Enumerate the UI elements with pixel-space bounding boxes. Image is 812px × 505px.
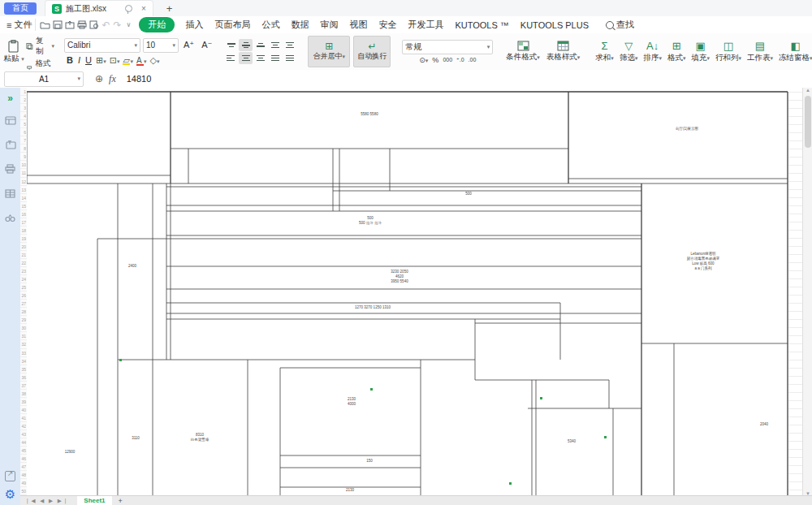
row-header-cell[interactable]: 3 — [20, 104, 27, 112]
align-left-button[interactable] — [224, 52, 238, 64]
pin-icon[interactable] — [125, 5, 132, 12]
align-center-button[interactable] — [239, 52, 253, 64]
row-header-cell[interactable]: 14 — [20, 194, 27, 202]
cell-card-icon[interactable] — [5, 114, 16, 128]
tab-data[interactable]: 数据 — [291, 19, 309, 31]
sort-button[interactable]: A↓排序▾ — [641, 41, 664, 63]
tab-formulas[interactable]: 公式 — [261, 19, 279, 31]
row-header-cell[interactable]: 23 — [20, 267, 27, 275]
new-tab-button[interactable]: + — [166, 2, 173, 15]
accounting-format-button[interactable]: ⊙▾ — [419, 56, 428, 64]
tab-kutools[interactable]: KUTOOLS ™ — [455, 20, 508, 30]
fill-button[interactable]: ▣填充▾ — [689, 41, 712, 63]
row-header-cell[interactable]: 45 — [20, 447, 27, 455]
row-header-cell[interactable]: 40 — [20, 406, 27, 414]
row-header-cell[interactable]: 9 — [20, 153, 27, 161]
row-header-cell[interactable]: 22 — [20, 259, 27, 267]
paste-button[interactable]: 粘贴 ▾ — [2, 40, 26, 64]
decrease-decimal-button[interactable]: .00 — [469, 57, 477, 63]
borders-button[interactable]: ⊞▾ — [96, 55, 106, 66]
tab-security[interactable]: 安全 — [378, 19, 396, 31]
document-tab[interactable]: S 施工图.xlsx × — [45, 0, 153, 17]
bold-button[interactable]: B — [67, 55, 73, 65]
font-size-select[interactable]: 10 ▾ — [143, 38, 179, 53]
scroll-up-icon[interactable]: ▲ — [803, 88, 812, 93]
row-header-cell[interactable]: 6 — [20, 128, 27, 136]
row-header-cell[interactable]: 18 — [20, 227, 27, 235]
row-header-cell[interactable]: 19 — [20, 235, 27, 243]
sheet-nav-buttons[interactable]: ❘◀ ◀ ▶ ▶❘ — [25, 498, 69, 504]
row-header-cell[interactable]: 7 — [20, 136, 27, 145]
merge-center-button[interactable]: ⊞ 合并居中▾ — [308, 36, 350, 67]
fx-icon[interactable]: fx — [109, 73, 116, 85]
row-header-cell[interactable]: 5 — [20, 120, 27, 128]
binoculars-icon[interactable] — [5, 211, 15, 226]
table-style-button[interactable]: 表格样式▾ — [543, 41, 584, 63]
external-link-icon[interactable] — [5, 471, 15, 481]
home-tab[interactable]: 首页 — [4, 2, 37, 15]
sum-button[interactable]: Σ求和▾ — [593, 41, 616, 63]
cell-style-button[interactable]: ⊡▾ — [110, 55, 120, 66]
printer-icon[interactable] — [5, 162, 15, 177]
row-header-cell[interactable]: 2 — [20, 96, 27, 104]
spreadsheet-canvas[interactable]: 5580 5580前厅(1)展示图500500500 拉斗 拉斗3230 205… — [27, 88, 802, 496]
row-header-cell[interactable]: 35 — [20, 365, 27, 373]
undo-icon[interactable]: ↶ — [102, 19, 110, 31]
align-right-button[interactable] — [253, 52, 267, 64]
row-header-cell[interactable]: 31 — [20, 332, 27, 340]
row-header-cell[interactable]: 47 — [20, 463, 27, 471]
print-icon[interactable] — [76, 19, 88, 31]
increase-font-button[interactable]: A⁺ — [184, 40, 194, 50]
cut-button[interactable]: 剪切 — [26, 33, 54, 34]
row-header-cell[interactable]: 13 — [20, 186, 27, 194]
row-header-cell[interactable]: 42 — [20, 422, 27, 430]
row-header-cell[interactable]: 30 — [20, 324, 27, 332]
row-header-cell[interactable]: 43 — [20, 430, 27, 438]
save-icon[interactable] — [51, 19, 63, 31]
row-header-cell[interactable]: 21 — [20, 251, 27, 259]
row-header-cell[interactable]: 25 — [20, 283, 27, 291]
conditional-format-button[interactable]: 条件格式▾ — [503, 41, 543, 63]
row-header-cell[interactable]: 24 — [20, 275, 27, 283]
italic-button[interactable]: I — [78, 55, 80, 65]
row-header-cell[interactable]: 34 — [20, 357, 27, 365]
print-preview-icon[interactable] — [88, 19, 100, 31]
row-header-cell[interactable]: 32 — [20, 340, 27, 348]
row-header-cell[interactable]: 33 — [20, 349, 27, 357]
tab-page-layout[interactable]: 页面布局 — [214, 19, 250, 31]
row-header-cell[interactable]: 37 — [20, 382, 27, 390]
row-header-cell[interactable]: 41 — [20, 414, 27, 422]
row-header-cell[interactable]: 28 — [20, 308, 27, 316]
comma-format-button[interactable]: 000 — [443, 57, 452, 63]
file-menu-button[interactable]: ≡ 文件 — [6, 19, 32, 31]
font-color-button[interactable]: A▾ — [136, 55, 147, 66]
distribute-button[interactable] — [283, 52, 296, 64]
scrollbar-thumb[interactable] — [805, 96, 811, 148]
increase-indent-button[interactable] — [283, 39, 296, 51]
menu-find-button[interactable]: 查找 — [606, 19, 634, 31]
row-header-cell[interactable]: 46 — [20, 455, 27, 463]
tab-review[interactable]: 审阅 — [320, 19, 338, 31]
freeze-panes-button[interactable]: ◧冻结窗格▾ — [776, 41, 812, 63]
row-header-cell[interactable]: 16 — [20, 210, 27, 218]
tab-view[interactable]: 视图 — [349, 19, 367, 31]
format-painter-button[interactable]: 格式刷 — [26, 58, 54, 71]
row-header-cell[interactable]: 39 — [20, 398, 27, 406]
row-header-cell[interactable]: 48 — [20, 471, 27, 479]
underline-button[interactable]: U — [85, 55, 92, 65]
formula-input[interactable]: 14810 — [127, 74, 152, 84]
justify-button[interactable] — [268, 52, 282, 64]
row-header-cell[interactable]: 11 — [20, 169, 27, 177]
row-header-cell[interactable]: 17 — [20, 218, 27, 227]
align-top-button[interactable] — [224, 39, 238, 51]
row-header-cell[interactable]: 49 — [20, 479, 27, 487]
decrease-indent-button[interactable] — [268, 39, 282, 51]
align-bottom-button[interactable] — [253, 39, 267, 51]
format-button[interactable]: ⊞格式▾ — [665, 41, 689, 63]
rows-columns-button[interactable]: ◫行和列▾ — [713, 41, 744, 63]
row-header-cell[interactable]: 27 — [20, 300, 27, 308]
redo-icon[interactable]: ↷ — [113, 19, 121, 31]
copy-button[interactable]: 复制 ▾ — [26, 36, 54, 57]
row-header-cell[interactable]: 50 — [20, 487, 27, 495]
row-header-cell[interactable]: 29 — [20, 316, 27, 324]
